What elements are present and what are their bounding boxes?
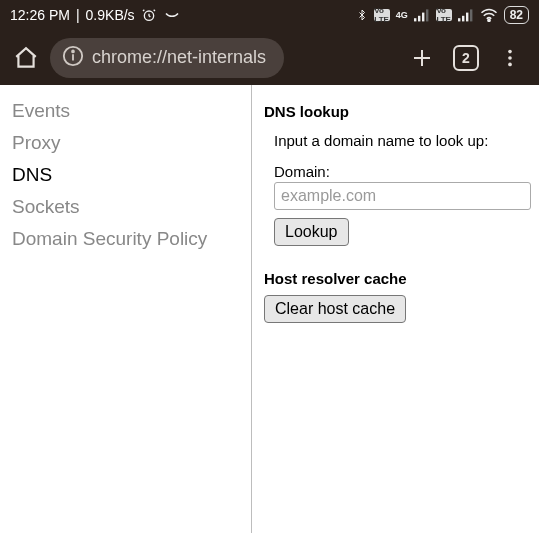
lookup-button[interactable]: Lookup (274, 218, 349, 246)
alarm-icon (141, 7, 157, 23)
sidebar-item-domain-security-policy[interactable]: Domain Security Policy (12, 223, 251, 255)
svg-rect-6 (462, 16, 464, 22)
svg-point-9 (488, 19, 490, 21)
svg-rect-5 (458, 18, 460, 21)
svg-point-12 (72, 50, 74, 52)
svg-point-17 (508, 62, 512, 66)
address-bar[interactable]: chrome://net-internals (50, 38, 284, 78)
tab-count: 2 (453, 45, 479, 71)
status-left: 12:26 PM | 0.9KB/s (10, 7, 181, 23)
sim1-volte-icon: VoLTE (374, 9, 390, 21)
battery-icon: 82 (504, 6, 529, 24)
domain-input[interactable] (274, 182, 531, 210)
home-button[interactable] (12, 44, 40, 72)
svg-rect-4 (426, 9, 428, 21)
main-content: DNS lookup Input a domain name to look u… (252, 85, 539, 533)
domain-label: Domain: (274, 163, 531, 180)
address-text: chrome://net-internals (92, 47, 266, 68)
battery-level: 82 (510, 8, 523, 22)
svg-point-16 (508, 56, 512, 60)
browser-toolbar: chrome://net-internals 2 (0, 30, 539, 85)
svg-rect-7 (466, 13, 468, 22)
tab-switcher-button[interactable]: 2 (449, 41, 483, 75)
sidebar-item-events[interactable]: Events (12, 95, 251, 127)
bluetooth-icon (356, 7, 368, 23)
svg-rect-3 (422, 13, 424, 22)
sidebar-item-proxy[interactable]: Proxy (12, 127, 251, 159)
signal1-icon (414, 8, 430, 22)
sim2-volte-icon: VoLTE (436, 9, 452, 21)
sidebar-item-sockets[interactable]: Sockets (12, 191, 251, 223)
status-right: VoLTE 4G VoLTE 82 (356, 6, 529, 24)
dns-lookup-instruction: Input a domain name to look up: (274, 132, 531, 149)
status-separator: | (76, 7, 80, 23)
info-icon (62, 45, 84, 71)
clear-host-cache-button[interactable]: Clear host cache (264, 295, 406, 323)
wifi-icon (480, 8, 498, 22)
sidebar-item-dns[interactable]: DNS (12, 159, 251, 191)
page-content: Events Proxy DNS Sockets Domain Security… (0, 85, 539, 533)
signal2-icon (458, 8, 474, 22)
menu-button[interactable] (493, 41, 527, 75)
svg-rect-8 (470, 9, 472, 21)
status-bar: 12:26 PM | 0.9KB/s VoLTE 4G VoLTE 82 (0, 0, 539, 30)
dns-lookup-title: DNS lookup (264, 103, 531, 120)
sim1-network-label: 4G (396, 11, 408, 19)
expand-icon (163, 10, 181, 20)
new-tab-button[interactable] (405, 41, 439, 75)
svg-rect-1 (414, 18, 416, 21)
host-cache-title: Host resolver cache (264, 270, 531, 287)
status-time: 12:26 PM (10, 7, 70, 23)
status-netspeed: 0.9KB/s (86, 7, 135, 23)
svg-rect-2 (418, 16, 420, 22)
svg-point-15 (508, 49, 512, 53)
sidebar: Events Proxy DNS Sockets Domain Security… (0, 85, 252, 533)
